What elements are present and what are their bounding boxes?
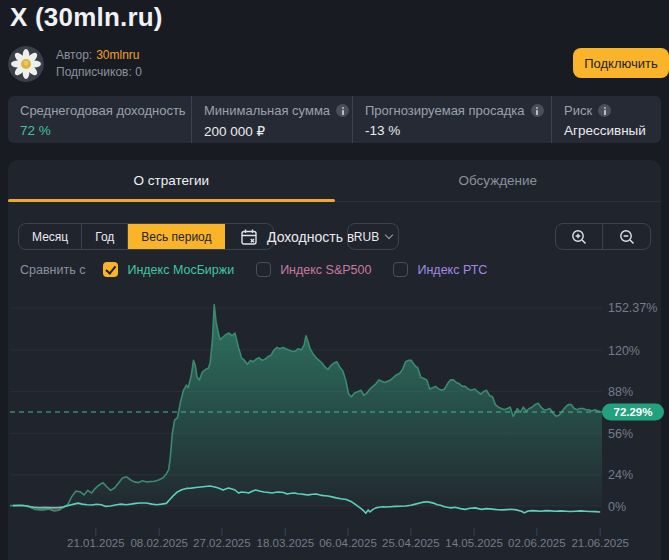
period-selector: Месяц Год Весь период: [18, 223, 274, 250]
compare-option-rts[interactable]: Индекс РТС: [393, 262, 487, 277]
currency-label: Доходность в: [267, 229, 354, 245]
y-axis-label: 120%: [608, 344, 640, 358]
currency-select[interactable]: RUB: [347, 223, 399, 250]
author-label: Автор:: [56, 48, 92, 62]
tab-about-strategy[interactable]: О стратегии: [8, 160, 335, 201]
avatar[interactable]: [8, 46, 44, 82]
page-title: X (30mln.ru): [10, 2, 163, 33]
returns-chart: 0%24%56%88%120%152.37%21.01.202508.02.20…: [0, 288, 669, 560]
stat-label: Среднегодовая доходность: [20, 103, 183, 118]
x-axis-label: 21.01.2025: [67, 537, 125, 549]
x-axis-label: 25.04.2025: [382, 537, 440, 549]
calendar-icon: [239, 227, 259, 247]
stat-value: 200 000 ₽: [204, 123, 344, 139]
tab-bar: О стратегии Обсуждение: [8, 160, 661, 202]
info-icon[interactable]: [336, 104, 349, 117]
stat-value: -13 %: [365, 123, 543, 138]
zoom-controls: [555, 223, 651, 250]
y-axis-label: 56%: [608, 427, 633, 441]
stat-annual-return: Среднегодовая доходность 72 %: [8, 96, 192, 143]
author-name-link[interactable]: 30mlnru: [96, 48, 139, 62]
stat-min-sum: Минимальная сумма 200 000 ₽: [192, 96, 353, 143]
stat-label: Минимальная сумма: [204, 103, 344, 118]
stats-bar: Среднегодовая доходность 72 % Минимальна…: [8, 96, 661, 143]
current-value-label: 72.29%: [613, 406, 652, 418]
tab-discussion[interactable]: Обсуждение: [335, 160, 662, 201]
zoom-in-button[interactable]: [556, 224, 603, 249]
x-axis-label: 08.02.2025: [130, 537, 188, 549]
checkbox-checked[interactable]: [103, 262, 118, 277]
y-axis-label: 24%: [608, 468, 633, 482]
stat-drawdown: Прогнозируемая просадка -13 %: [353, 96, 552, 143]
compare-label: Сравнить с: [20, 263, 85, 277]
author-row: Автор:30mlnru Подписчиков: 0: [8, 46, 142, 82]
x-axis-label: 21.06.2025: [571, 537, 629, 549]
checkbox-unchecked[interactable]: [393, 262, 408, 277]
checkbox-unchecked[interactable]: [256, 262, 271, 277]
daisy-avatar-image: [8, 46, 44, 82]
period-year-button[interactable]: Год: [82, 224, 128, 249]
subscribers-count: Подписчиков: 0: [56, 64, 142, 81]
info-icon[interactable]: [598, 104, 611, 117]
compare-option-label: Индекс РТС: [417, 263, 487, 277]
x-axis-label: 06.04.2025: [319, 537, 377, 549]
x-axis-label: 18.03.2025: [257, 537, 315, 549]
period-month-button[interactable]: Месяц: [19, 224, 82, 249]
x-axis-label: 27.02.2025: [193, 537, 251, 549]
connect-button[interactable]: Подключить: [573, 48, 669, 78]
x-axis-label: 14.05.2025: [445, 537, 503, 549]
y-axis-label: 152.37%: [608, 301, 657, 315]
returns-chart-svg[interactable]: 0%24%56%88%120%152.37%21.01.202508.02.20…: [0, 288, 669, 560]
info-icon[interactable]: [531, 104, 544, 117]
period-all-button[interactable]: Весь период: [128, 224, 224, 249]
y-axis-label: 0%: [608, 500, 626, 514]
y-axis-label: 88%: [608, 385, 633, 399]
zoom-in-icon: [570, 228, 588, 246]
x-axis-label: 02.06.2025: [508, 537, 566, 549]
compare-option-label: Индекс МосБиржи: [127, 263, 234, 277]
stat-label: Прогнозируемая просадка: [365, 103, 543, 118]
stat-value: 72 %: [20, 123, 183, 138]
currency-value: RUB: [354, 230, 379, 244]
zoom-out-button[interactable]: [603, 224, 650, 249]
chevron-down-icon: [385, 230, 393, 238]
strategy-area: [10, 305, 602, 507]
calendar-button[interactable]: [225, 224, 273, 249]
compare-row: Сравнить с Индекс МосБиржи Индекс S&P500…: [20, 262, 509, 277]
zoom-out-icon: [618, 228, 636, 246]
compare-option-label: Индекс S&P500: [280, 263, 371, 277]
stat-risk: Риск Агрессивный: [552, 96, 661, 143]
stat-label: Риск: [564, 103, 653, 118]
compare-option-sp500[interactable]: Индекс S&P500: [256, 262, 371, 277]
compare-option-moex[interactable]: Индекс МосБиржи: [103, 262, 234, 277]
stat-value: Агрессивный: [564, 123, 653, 138]
